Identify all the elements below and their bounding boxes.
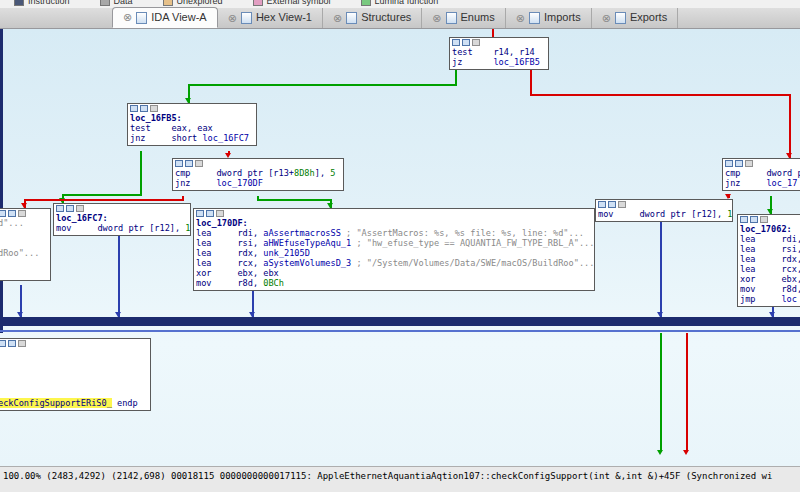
node-button-icon[interactable] bbox=[735, 160, 743, 167]
code-line bbox=[0, 268, 48, 278]
code-token-ins: jnz bbox=[175, 178, 216, 188]
tab-close-icon[interactable]: ⊗ bbox=[333, 13, 342, 24]
tab-label: Exports bbox=[630, 11, 667, 23]
node-button-icon[interactable] bbox=[206, 210, 214, 217]
legend-swatch-unexplored bbox=[163, 0, 173, 6]
graph-node-mov-r12[interactable]: mov dword ptr [r12], 1 bbox=[595, 199, 733, 222]
legend-item-external-symbol: External symbol bbox=[253, 0, 331, 6]
node-button-icon[interactable] bbox=[598, 201, 606, 208]
tab-label: Hex View-1 bbox=[256, 11, 312, 23]
node-button-icon[interactable] bbox=[195, 160, 203, 167]
tab-label: IDA View-A bbox=[151, 11, 206, 23]
code-token-ins: jz bbox=[452, 57, 493, 67]
legend-item-unexplored: Unexplored bbox=[163, 0, 223, 6]
graph-node-assert-left-partial[interactable]: d"... dRoo"... bbox=[0, 208, 51, 281]
code-token-name: unk_2105D bbox=[263, 248, 310, 258]
tab-close-icon[interactable]: ⊗ bbox=[432, 13, 441, 24]
node-button-icon[interactable] bbox=[725, 160, 733, 167]
code-line bbox=[0, 388, 148, 398]
node-button-icon[interactable] bbox=[0, 340, 6, 347]
graph-node-endp[interactable]: eckConfigSupportERiS0_ endp bbox=[0, 338, 151, 411]
graph-node-loc-17062[interactable]: loc_17062:lea rdi, lea rsi, lea rdx, lea… bbox=[737, 214, 800, 307]
edge-incoming-red bbox=[492, 29, 494, 37]
node-button-icon[interactable] bbox=[0, 210, 6, 217]
node-button-icon[interactable] bbox=[760, 216, 768, 223]
node-button-icon[interactable] bbox=[608, 201, 616, 208]
node-button-icon[interactable] bbox=[745, 160, 753, 167]
node-button-icon[interactable] bbox=[140, 105, 148, 112]
tab-exports[interactable]: ⊗Exports bbox=[592, 8, 679, 28]
tab-structures[interactable]: ⊗Structures bbox=[323, 8, 422, 28]
tab-label: Structures bbox=[361, 11, 411, 23]
code-token-ins: lea rcx, bbox=[740, 264, 800, 274]
node-button-icon[interactable] bbox=[740, 216, 748, 223]
node-titlebar bbox=[175, 160, 341, 167]
code-token-num: 0BCh bbox=[263, 278, 284, 288]
graph-node-loc-170df[interactable]: loc_170DF:lea rdi, aAssertmacrosSS ; "As… bbox=[193, 208, 595, 291]
code-token-cmt: d"... bbox=[0, 218, 24, 228]
node-button-icon[interactable] bbox=[452, 39, 460, 46]
code-token-name: loc_170DF bbox=[216, 178, 263, 188]
code-line: lea rcx, aSystemVolumesD_3 ; "/System/Vo… bbox=[196, 258, 592, 268]
node-button-icon[interactable] bbox=[18, 210, 26, 217]
code-line: eckConfigSupportERiS0_ endp bbox=[0, 398, 148, 408]
node-button-icon[interactable] bbox=[56, 205, 64, 212]
tab-close-icon[interactable]: ⊗ bbox=[123, 12, 132, 23]
node-button-icon[interactable] bbox=[472, 39, 480, 46]
node-button-icon[interactable] bbox=[462, 39, 470, 46]
node-titlebar bbox=[0, 340, 148, 347]
code-line: loc_16FB5: bbox=[130, 113, 254, 123]
edge-arrow bbox=[683, 450, 689, 455]
code-token-ins: jnz bbox=[725, 178, 766, 188]
node-button-icon[interactable] bbox=[196, 210, 204, 217]
edge-below-green bbox=[660, 333, 662, 452]
tab-close-icon[interactable]: ⊗ bbox=[602, 13, 611, 24]
code-token-cmt: dRoo"... bbox=[0, 248, 39, 258]
node-titlebar bbox=[56, 205, 188, 212]
tab-ida-view-a[interactable]: ⊗IDA View-A bbox=[112, 7, 218, 28]
code-line: loc_170DF: bbox=[196, 218, 592, 228]
code-line: jnz short loc_16FC7 bbox=[130, 133, 254, 143]
node-button-icon[interactable] bbox=[185, 160, 193, 167]
node-button-icon[interactable] bbox=[8, 340, 16, 347]
node-button-icon[interactable] bbox=[18, 340, 26, 347]
tab-close-icon[interactable]: ⊗ bbox=[516, 13, 525, 24]
code-token-ins: test r14, r14 bbox=[452, 47, 535, 57]
tab-label: Enums bbox=[461, 11, 495, 23]
edge-bundle-bar bbox=[0, 317, 800, 326]
code-token-ins: mov dword ptr [r12], bbox=[56, 223, 185, 233]
node-button-icon[interactable] bbox=[618, 201, 626, 208]
code-token-ins: endp bbox=[117, 398, 138, 408]
graph-node-cmp-8d8h[interactable]: cmp dword ptr [r13+8D8h], 5jnz loc_170DF bbox=[172, 158, 344, 191]
tab-hex-view-1[interactable]: ⊗Hex View-1 bbox=[218, 8, 323, 28]
code-line: lea rsi, aHWEfuseTypeAqu_1 ; "hw_efuse_t… bbox=[196, 238, 592, 248]
node-button-icon[interactable] bbox=[216, 210, 224, 217]
node-titlebar bbox=[452, 39, 546, 46]
node-button-icon[interactable] bbox=[150, 105, 158, 112]
code-line: test r14, r14 bbox=[452, 47, 546, 57]
node-button-icon[interactable] bbox=[76, 205, 84, 212]
code-token-ins: lea rdx, bbox=[740, 254, 800, 264]
node-button-icon[interactable] bbox=[750, 216, 758, 223]
edge-a-d bbox=[530, 69, 532, 96]
tab-enums[interactable]: ⊗Enums bbox=[422, 8, 505, 28]
code-token-lbl: loc_17062: bbox=[740, 224, 792, 234]
code-token-cmt: ; "hw_efuse_type == AQUANTIA_FW_TYPE_RBL… bbox=[351, 238, 594, 248]
node-button-icon[interactable] bbox=[175, 160, 183, 167]
legend-item-lumina-function: Lumina function bbox=[361, 0, 439, 6]
node-titlebar bbox=[740, 216, 800, 223]
node-button-icon[interactable] bbox=[130, 105, 138, 112]
graph-node-test-r14[interactable]: test r14, r14jz loc_16FB5 bbox=[449, 37, 549, 70]
tab-imports[interactable]: ⊗Imports bbox=[506, 8, 592, 28]
code-line: cmp dword ptr [r1 bbox=[725, 168, 800, 178]
node-button-icon[interactable] bbox=[66, 205, 74, 212]
graph-node-loc-16fb5[interactable]: loc_16FB5:test eax, eaxjnz short loc_16F… bbox=[127, 103, 257, 146]
edge-f-merge bbox=[118, 234, 120, 317]
code-token-lbl: loc_16FB5: bbox=[130, 113, 182, 123]
graph-node-cmp-right[interactable]: cmp dword ptr [r1jnz loc_17 bbox=[722, 158, 800, 191]
node-button-icon[interactable] bbox=[8, 210, 16, 217]
graph-node-loc-16fc7[interactable]: loc_16FC7:mov dword ptr [r12], 1 bbox=[53, 203, 191, 236]
code-token-ins: mov r8d, bbox=[740, 284, 800, 294]
edge-bundle-line bbox=[0, 330, 800, 332]
tab-close-icon[interactable]: ⊗ bbox=[228, 13, 237, 24]
